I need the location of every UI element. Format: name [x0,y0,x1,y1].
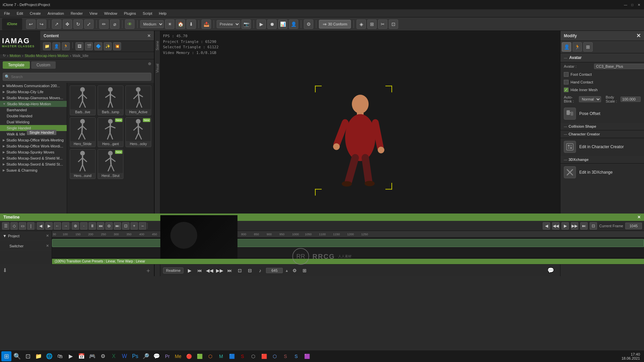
app4-icon[interactable]: S [237,351,248,361]
timeline-close[interactable]: ✕ [637,215,641,220]
frame-display[interactable]: 645 [266,268,283,273]
media-encoder-icon[interactable]: Me [173,351,183,361]
cc-section-header[interactable]: — Character Creator [560,130,644,138]
view-eye[interactable]: 👁 [125,19,135,29]
tl-add-key-btn[interactable]: + [130,222,138,230]
person-icon[interactable]: 👤 [52,42,60,50]
windows-icon[interactable]: ⊞ [1,351,11,361]
tree-item-mixmoves[interactable]: ▶ MixMoves Communication 200... [0,83,67,89]
tl-end-btn[interactable]: ⏭ [114,222,121,230]
collision-section-header[interactable]: — Collision Shape [560,123,644,130]
add-icon[interactable]: ＋ [145,266,151,275]
camera2-btn[interactable]: 📷 [241,19,251,29]
chart-btn[interactable]: 📊 [278,19,287,29]
calendar-icon[interactable]: 📅 [76,351,87,361]
vfx-icon[interactable]: 💥 [113,42,121,50]
tl-zoom-out[interactable]: ⊖ [105,222,113,230]
tl-end-skip[interactable]: ⏭ [580,222,588,230]
app10-icon[interactable]: 🟪 [302,351,312,361]
tree-item-glamorous[interactable]: ▶ Studio Mocap-Glamorous Moves... [0,95,67,101]
tl-prev-frame[interactable]: ◀◀ [552,222,559,230]
avatar-section-header[interactable]: — Avatar [560,53,644,62]
browser-icon[interactable]: 🌐 [44,351,54,361]
audio-button[interactable]: ♪ [256,266,264,275]
tree-item-sword-s[interactable]: ▶ Studio Mocap-Sword & Shield St... [0,161,67,167]
next-frame-button[interactable]: ▶▶ [216,266,224,275]
body-scale-value[interactable] [621,97,641,102]
avatar-value[interactable] [594,64,644,69]
undo-button[interactable]: ↩ [26,19,36,29]
subtitle-button[interactable]: ⊟ [246,266,254,275]
grid-item-herolstrut[interactable]: New [98,149,123,179]
prev-start-button[interactable]: ⏮ [196,266,204,275]
loop-button[interactable]: ⊡ [236,266,244,275]
move-tool[interactable]: ✥ [63,19,72,29]
menu-script[interactable]: Script [142,11,154,16]
red-icon[interactable]: 🔴 [184,351,194,361]
tl-del-key-btn[interactable]: – [139,222,146,230]
next-end-button[interactable]: ⏭ [226,266,234,275]
visual-vtab[interactable]: Visual [156,64,159,73]
tl-in-btn[interactable]: ← [54,222,61,230]
video-icon[interactable]: 🎬 [85,42,93,50]
xbox-icon[interactable]: 🎮 [87,351,97,361]
explorer-icon[interactable]: 📁 [34,351,44,361]
tree-item-sword-m[interactable]: ▶ Studio Mocap-Sword & Shield M... [0,155,67,161]
camera-btn[interactable]: 🏠 [176,19,185,29]
prev-frame-button[interactable]: ◀◀ [206,266,214,275]
task-view-icon[interactable]: ⊡ [23,351,33,361]
excel-icon[interactable]: X [109,351,119,361]
tree-item-barehanded[interactable]: Barehanded [0,107,67,113]
tl-key-btn[interactable]: ◇ [10,222,18,230]
draw-tool[interactable]: ✏ [99,19,109,29]
game-btn[interactable]: ▶ [257,19,266,29]
grid-item-heroactive[interactable]: Hero_Active [125,85,151,115]
tl-play-back[interactable]: ◀ [543,222,550,230]
menu-plugins[interactable]: Plugins [123,11,138,16]
download-btn[interactable]: ⬇ [186,19,196,29]
word-icon[interactable]: W [119,351,129,361]
maximize-button[interactable]: □ [630,2,635,7]
tl-dot[interactable]: · [80,222,88,230]
search2-icon[interactable]: 🔎 [141,351,151,361]
preview-select[interactable]: Preview [217,20,240,28]
quality-select[interactable]: Medium [140,20,164,28]
tl-next-btn[interactable]: ▶ [45,222,53,230]
maya-icon[interactable]: M [216,351,226,361]
export-btn[interactable]: 📤 [202,19,211,29]
tl-record[interactable]: ⊡ [590,222,597,230]
extra2-btn[interactable]: ⊞ [367,19,377,29]
tl-clip-btn[interactable]: ▭ [19,222,26,230]
mod-tab-grid[interactable]: ⊞ [583,42,593,52]
menu-help[interactable]: Help [158,11,168,16]
app3-icon[interactable]: 🟦 [227,351,237,361]
extra3-btn[interactable]: ✂ [378,19,387,29]
filter-icon[interactable]: ⊕ [148,61,151,69]
tree-item-office-word[interactable]: ▶ Studio Mocap-Office Work-Wordi... [0,143,67,149]
foot-contact-checkbox[interactable] [564,72,569,77]
grid-vp-button[interactable]: ⊞ [301,266,309,275]
grid-item-herogant[interactable]: New [98,117,123,147]
window-controls[interactable]: — □ ✕ [623,2,641,7]
settings-tb-icon[interactable]: ⚙ [98,351,108,361]
tl-prev2-btn[interactable]: ⏮ [97,222,104,230]
close-button[interactable]: ✕ [637,2,641,7]
app8-icon[interactable]: S [280,351,290,361]
extra4-btn[interactable]: ⊡ [389,19,398,29]
menu-animation[interactable]: Animation [46,11,65,16]
switcher-close-icon[interactable]: ✕ [46,244,49,248]
current-frame-input[interactable] [625,223,642,229]
tree-item-doublehanded[interactable]: Double Handed [0,113,67,119]
record-btn[interactable]: ⏺ [267,19,277,29]
tl-cur-btn[interactable]: | [27,222,35,230]
app5-icon[interactable]: ⬡ [248,351,258,361]
conform-button[interactable]: ⇒ 30 Conform [319,20,351,28]
minimize-button[interactable]: — [623,2,628,7]
search-input[interactable] [3,73,151,81]
image-icon[interactable]: 🖼 [75,42,84,50]
shape-icon[interactable]: 🔷 [94,42,102,50]
play-button[interactable]: ▶ [185,266,194,275]
auto-blink-select[interactable]: Normal [579,96,601,102]
menu-view[interactable]: View [88,11,99,16]
app9-icon[interactable]: S [291,351,301,361]
